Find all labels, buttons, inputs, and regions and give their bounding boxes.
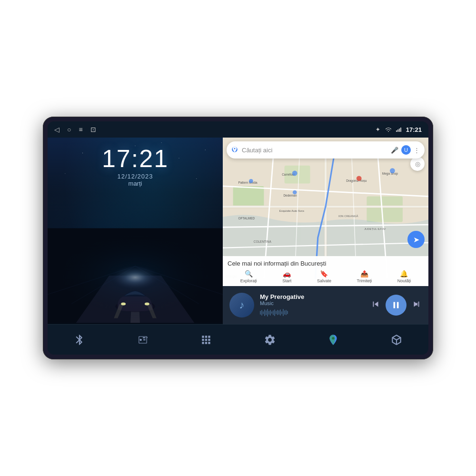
main-content: 17:21 12/12/2023 marți xyxy=(48,138,428,324)
svg-text:Pattern Media: Pattern Media xyxy=(238,181,258,184)
svg-text:COLENTINA: COLENTINA xyxy=(254,240,272,243)
waveform-bar-7 xyxy=(268,311,269,315)
send-label: Trimiteți xyxy=(357,278,372,283)
map-tabs: 🔍 Explorați 🚗 Start 🔖 Salvate xyxy=(228,270,424,283)
start-label: Start xyxy=(282,278,291,283)
clock-widget: 17:21 12/12/2023 marți xyxy=(102,146,169,187)
nav-buttons: ◁ ○ ≡ ⊡ xyxy=(54,126,96,133)
signal-status-icon xyxy=(396,126,402,133)
device-screen: ◁ ○ ≡ ⊡ ✦ xyxy=(48,121,428,355)
waveform-bar-19 xyxy=(286,310,287,315)
clock-status: 17:21 xyxy=(406,126,422,133)
waveform-bar-3 xyxy=(263,311,264,314)
map-area[interactable]: Pattern Media Carrefour Dragonul Roșu De… xyxy=(223,138,428,286)
status-bar: ◁ ○ ≡ ⊡ ✦ xyxy=(48,121,428,138)
map-search-placeholder[interactable]: Căutați aici xyxy=(242,147,387,154)
nav-back-icon[interactable]: ◁ xyxy=(54,126,60,133)
music-title: My Prerogative xyxy=(260,293,365,300)
music-subtitle: Music xyxy=(260,300,365,306)
car-tunnel-illustration xyxy=(48,227,223,324)
bottom-nav xyxy=(48,324,428,355)
nav-item-apps[interactable] xyxy=(192,330,220,350)
svg-rect-2 xyxy=(399,129,400,132)
nav-home-icon[interactable]: ○ xyxy=(67,126,71,133)
svg-text:OFTALMED: OFTALMED xyxy=(238,217,255,220)
music-player: ♪ My Prerogative Music xyxy=(223,286,428,324)
grid-icon[interactable]: ⋮ xyxy=(414,147,420,154)
saved-icon: 🔖 xyxy=(320,270,328,278)
music-note-icon: ♪ xyxy=(239,299,245,311)
right-panel: Pattern Media Carrefour Dragonul Roșu De… xyxy=(223,138,428,324)
nav-item-3d[interactable] xyxy=(383,330,410,350)
wifi-status-icon xyxy=(385,126,392,133)
status-indicators: ✦ 17:21 xyxy=(375,126,422,133)
google-maps-logo xyxy=(231,146,238,154)
map-search-bar[interactable]: Căutați aici 🎤 U ⋮ xyxy=(227,141,425,159)
saved-label: Salvate xyxy=(317,278,331,283)
map-tab-start[interactable]: 🚗 Start xyxy=(282,270,291,283)
map-tab-news[interactable]: 🔔 Noutăți xyxy=(397,270,411,283)
svg-point-49 xyxy=(390,168,395,173)
music-info: My Prerogative Music xyxy=(260,293,365,317)
nav-menu-icon[interactable]: ≡ xyxy=(79,126,82,133)
waveform-bar-1 xyxy=(260,311,261,315)
waveform-bar-5 xyxy=(266,310,267,315)
map-info-title: Cele mai noi informații din București xyxy=(228,260,424,267)
locate-icon: ◎ xyxy=(415,160,420,168)
clock-day: marți xyxy=(102,180,169,187)
svg-rect-21 xyxy=(233,186,264,207)
svg-text:Exquisite Auto Svcs: Exquisite Auto Svcs xyxy=(279,209,304,212)
music-controls xyxy=(370,295,422,316)
start-icon: 🚗 xyxy=(283,270,291,278)
waveform-bar-2 xyxy=(261,310,262,316)
left-panel: 17:21 12/12/2023 marți xyxy=(48,138,223,324)
previous-track-button[interactable] xyxy=(370,299,381,312)
nav-item-maps[interactable] xyxy=(319,330,347,350)
nav-item-radio[interactable] xyxy=(129,330,157,350)
clock-date: 12/12/2023 xyxy=(102,173,169,180)
music-waveform xyxy=(260,308,365,317)
nav-recent-icon[interactable]: ⊡ xyxy=(90,126,96,133)
map-navigate-button[interactable]: ➤ xyxy=(407,231,425,248)
svg-point-48 xyxy=(293,190,297,195)
waveform-bar-9 xyxy=(271,311,272,314)
waveform-bar-13 xyxy=(277,310,278,315)
news-icon: 🔔 xyxy=(400,270,408,278)
send-icon: 📤 xyxy=(360,270,368,278)
svg-rect-0 xyxy=(396,130,397,132)
waveform-bar-16 xyxy=(281,311,282,314)
nav-item-bluetooth[interactable] xyxy=(66,330,93,350)
svg-rect-23 xyxy=(367,197,403,222)
clock-time: 17:21 xyxy=(102,146,169,171)
explore-icon: 🔍 xyxy=(245,270,253,278)
explore-label: Explorați xyxy=(240,278,257,283)
map-tab-saved[interactable]: 🔖 Salvate xyxy=(317,270,331,283)
svg-text:ION CREANGĂ: ION CREANGĂ xyxy=(338,215,358,218)
svg-text:JUDEȚUL ILFOV: JUDEȚUL ILFOV xyxy=(364,228,386,230)
map-tab-send[interactable]: 📤 Trimiteți xyxy=(357,270,372,283)
svg-rect-19 xyxy=(48,228,223,323)
svg-text:Mega Shop: Mega Shop xyxy=(382,172,398,176)
svg-rect-3 xyxy=(400,128,401,132)
map-tab-explore[interactable]: 🔍 Explorați xyxy=(240,270,257,283)
play-pause-button[interactable] xyxy=(386,295,407,316)
waveform-bar-20 xyxy=(287,311,288,314)
map-info-card: Cele mai noi informații din București 🔍 … xyxy=(223,256,428,286)
waveform-bar-4 xyxy=(264,309,265,316)
voice-search-icon[interactable]: 🎤 xyxy=(391,147,398,154)
svg-point-46 xyxy=(292,171,298,176)
album-art: ♪ xyxy=(229,293,254,317)
waveform-bar-15 xyxy=(280,309,281,316)
profile-icon[interactable]: U xyxy=(401,145,411,155)
waveform-bar-14 xyxy=(278,310,279,315)
map-locate-button[interactable]: ◎ xyxy=(410,157,425,171)
bluetooth-status-icon: ✦ xyxy=(375,126,381,133)
waveform-bar-11 xyxy=(274,309,275,316)
svg-point-47 xyxy=(357,176,362,181)
nav-item-settings[interactable] xyxy=(256,330,284,350)
navigation-icon: ➤ xyxy=(413,235,419,244)
news-label: Noutăți xyxy=(397,278,411,283)
waveform-bar-10 xyxy=(273,310,274,315)
next-track-button[interactable] xyxy=(411,299,422,312)
svg-rect-1 xyxy=(397,129,398,132)
